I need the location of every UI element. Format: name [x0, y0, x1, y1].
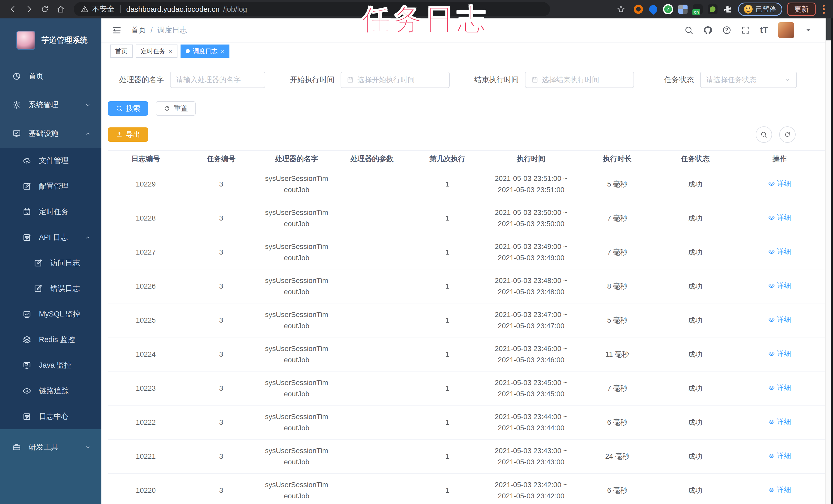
- help-icon[interactable]: [722, 26, 731, 35]
- cell-execute-time: 2021-05-03 23:49:00 ~2021-05-03 23:49:00: [485, 235, 577, 269]
- cell-execute-index: 1: [410, 337, 485, 371]
- detail-link[interactable]: 详细: [768, 280, 791, 292]
- table-header-row: 日志编号任务编号处理器的名字处理器的参数第几次执行执行时间执行时长任务状态操作: [108, 151, 826, 167]
- detail-link[interactable]: 详细: [768, 484, 791, 496]
- leaf-extension-icon[interactable]: [707, 4, 718, 15]
- font-size-icon[interactable]: tT: [760, 25, 768, 35]
- sidebar-logo-row[interactable]: 芋道管理系统: [0, 19, 101, 62]
- page-scrollbar[interactable]: [825, 19, 831, 504]
- sidebar-item-研发工具[interactable]: 研发工具: [0, 433, 101, 461]
- cell-duration: 11 毫秒: [577, 337, 658, 371]
- user-caret-down-icon[interactable]: [804, 26, 813, 35]
- paused-label: 已暂停: [756, 5, 777, 14]
- chevron-down-icon: [85, 444, 91, 451]
- cell-execute-time: 2021-05-03 23:45:00 ~2021-05-03 23:45:00: [485, 371, 577, 405]
- sidebar-item-定时任务[interactable]: 定时任务: [0, 199, 101, 225]
- cell-task-id: 3: [184, 371, 259, 405]
- cell-status: 成功: [658, 371, 733, 405]
- table-toolbar: 导出: [108, 126, 826, 143]
- close-tag-icon[interactable]: ×: [220, 48, 224, 54]
- toggle-search-button[interactable]: [756, 126, 772, 143]
- cell-handler-param: [334, 303, 410, 337]
- check-extension-icon[interactable]: ✓: [663, 4, 673, 15]
- search-icon[interactable]: [684, 26, 693, 35]
- table-tools: [756, 126, 795, 143]
- cell-log-id: 10227: [108, 235, 184, 269]
- search-button[interactable]: 搜索: [108, 101, 148, 116]
- reload-icon[interactable]: [38, 2, 52, 16]
- toolbox-icon: [12, 443, 21, 452]
- tag-调度日志[interactable]: 调度日志×: [181, 45, 230, 58]
- cell-handler-name: sysUserSessionTimeoutJob: [259, 201, 334, 235]
- detail-link[interactable]: 详细: [768, 348, 791, 359]
- github-icon[interactable]: [703, 26, 712, 35]
- tag-首页[interactable]: 首页: [110, 45, 133, 58]
- cell-task-id: 3: [184, 303, 259, 337]
- cell-handler-name: sysUserSessionTimeoutJob: [259, 269, 334, 303]
- scrollbar-thumb[interactable]: [826, 19, 831, 41]
- sidebar-item-redis-监控[interactable]: Redis 监控: [0, 327, 101, 353]
- cell-execute-time: 2021-05-03 23:46:00 ~2021-05-03 23:46:00: [485, 337, 577, 371]
- search-icon: [116, 105, 123, 112]
- calendar-icon: [531, 76, 538, 83]
- sidebar-item-首页[interactable]: 首页: [0, 62, 101, 91]
- collapse-sidebar-icon[interactable]: [112, 25, 122, 35]
- sidebar-item-mysql-监控[interactable]: MySQL 监控: [0, 301, 101, 327]
- detail-link[interactable]: 详细: [768, 212, 791, 223]
- forward-icon[interactable]: [22, 2, 36, 16]
- eye-icon: [768, 384, 775, 391]
- sidebar-item-java-监控[interactable]: Java 监控: [0, 353, 101, 378]
- sidebar-item-链路追踪[interactable]: 链路追踪: [0, 378, 101, 404]
- pin-extension-icon[interactable]: [648, 4, 659, 15]
- export-button[interactable]: 导出: [108, 127, 148, 142]
- column-header: 第几次执行: [410, 151, 485, 167]
- sidebar-item-日志中心[interactable]: 日志中心: [0, 404, 101, 429]
- reset-button[interactable]: 重置: [156, 101, 196, 116]
- sidebar-item-配置管理[interactable]: 配置管理: [0, 173, 101, 199]
- browser-update-button[interactable]: 更新: [787, 3, 815, 16]
- user-avatar[interactable]: [778, 22, 794, 38]
- filter-input[interactable]: 选择开始执行时间: [340, 72, 450, 88]
- detail-link[interactable]: 详细: [768, 314, 791, 325]
- tag-定时任务[interactable]: 定时任务×: [136, 45, 177, 58]
- refresh-table-button[interactable]: [779, 126, 795, 143]
- home-icon[interactable]: [54, 2, 68, 16]
- cell-execute-time: 2021-05-03 23:51:00 ~2021-05-03 23:51:00: [485, 167, 577, 201]
- sidebar-item-api-日志[interactable]: API 日志: [0, 225, 101, 250]
- cell-status: 成功: [658, 201, 733, 235]
- onoff-extension-icon[interactable]: on: [692, 4, 703, 15]
- fullscreen-icon[interactable]: [741, 26, 750, 35]
- sidebar-item-文件管理[interactable]: 文件管理: [0, 148, 101, 173]
- breadcrumb-home[interactable]: 首页: [131, 25, 146, 35]
- sidebar-item-label: 定时任务: [39, 207, 69, 217]
- header-actions: tT: [684, 22, 813, 38]
- detail-link[interactable]: 详细: [768, 246, 791, 257]
- cell-log-id: 10220: [108, 473, 184, 504]
- browser-menu-icon[interactable]: [821, 4, 827, 15]
- job-log-table: 日志编号任务编号处理器的名字处理器的参数第几次执行执行时间执行时长任务状态操作 …: [108, 150, 826, 504]
- table-row: 102243sysUserSessionTimeoutJob12021-05-0…: [108, 337, 826, 371]
- sidebar-item-系统管理[interactable]: 系统管理: [0, 91, 101, 119]
- ring-extension-icon[interactable]: [633, 4, 644, 15]
- status-select[interactable]: 请选择任务状态: [700, 72, 797, 88]
- close-tag-icon[interactable]: ×: [168, 48, 172, 54]
- bookmark-star-icon[interactable]: [614, 2, 628, 16]
- cell-handler-param: [334, 371, 410, 405]
- detail-link[interactable]: 详细: [768, 416, 791, 428]
- sidebar-item-基础设施[interactable]: 基础设施: [0, 119, 101, 148]
- cell-handler-param: [334, 269, 410, 303]
- grid-extension-icon[interactable]: [677, 4, 688, 15]
- detail-link[interactable]: 详细: [768, 382, 791, 394]
- back-icon[interactable]: [6, 2, 20, 16]
- sidebar-item-错误日志[interactable]: 错误日志: [0, 276, 101, 301]
- detail-link[interactable]: 详细: [768, 178, 791, 189]
- cell-log-id: 10222: [108, 405, 184, 439]
- puzzle-extension-icon[interactable]: [722, 4, 733, 15]
- sidebar-item-访问日志[interactable]: 访问日志: [0, 250, 101, 276]
- paused-extension-button[interactable]: 已暂停: [738, 3, 782, 16]
- dashboard-icon: [12, 72, 21, 81]
- filter-input[interactable]: 选择结束执行时间: [525, 72, 634, 88]
- extension-icons: ✓on: [633, 4, 733, 15]
- filter-input[interactable]: 请输入处理器的名字: [170, 72, 265, 88]
- detail-link[interactable]: 详细: [768, 450, 791, 461]
